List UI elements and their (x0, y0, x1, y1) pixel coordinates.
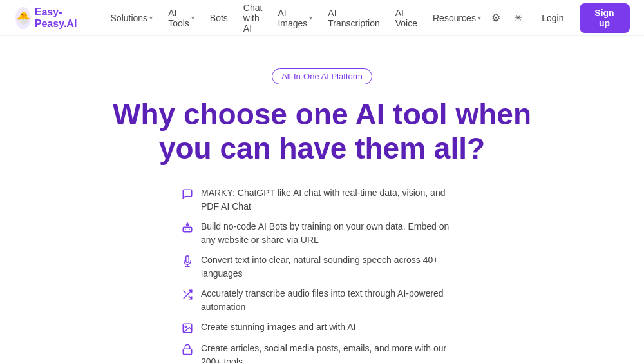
svg-point-8 (185, 326, 186, 327)
settings-icon-button[interactable]: ⚙ (488, 8, 504, 28)
list-item: Build no-code AI Bots by training on you… (180, 220, 464, 247)
logo-icon: 🐣 (15, 7, 31, 29)
nav-links: Solutions ▾ AI Tools ▾ Bots Chat with AI… (104, 0, 488, 37)
nav-item-resources[interactable]: Resources ▾ (426, 9, 488, 27)
list-item: Accurately transcribe audio files into t… (180, 287, 464, 314)
login-button[interactable]: Login (531, 8, 574, 28)
svg-line-6 (184, 291, 186, 293)
nav-item-chat[interactable]: Chat with AI (237, 0, 269, 37)
list-item: MARKY: ChatGPT like AI chat with real-ti… (180, 186, 464, 213)
platform-badge: All-In-One AI Platform (272, 68, 372, 84)
navbar: 🐣 Easy-Peasy.AI Solutions ▾ AI Tools ▾ B… (0, 0, 644, 36)
list-item: Convert text into clear, natural soundin… (180, 253, 464, 280)
chevron-down-icon: ▾ (309, 14, 312, 21)
svg-rect-0 (183, 227, 192, 232)
signup-button[interactable]: Sign up (580, 3, 630, 33)
image-icon (180, 321, 194, 335)
chevron-down-icon: ▾ (149, 14, 153, 21)
hero-title: Why choose one AI tool when you can have… (103, 97, 541, 166)
nav-item-solutions[interactable]: Solutions ▾ (104, 9, 160, 27)
theme-toggle-button[interactable]: ✳ (509, 8, 526, 28)
nav-item-transcription[interactable]: AI Transcription (321, 4, 386, 32)
logo-text: Easy-Peasy.AI (35, 6, 84, 30)
list-item: Create stunning images and art with AI (180, 320, 464, 335)
chevron-down-icon: ▾ (191, 14, 194, 21)
chevron-down-icon: ▾ (478, 14, 481, 21)
logo-link[interactable]: 🐣 Easy-Peasy.AI (15, 6, 84, 30)
nav-right: ⚙ ✳ Login Sign up (488, 3, 630, 33)
nav-item-bots[interactable]: Bots (204, 9, 234, 27)
list-item: Create articles, social media posts, ema… (180, 342, 464, 363)
hero-section: All-In-One AI Platform Why choose one AI… (0, 36, 644, 363)
nav-item-images[interactable]: AI Images ▾ (271, 4, 319, 32)
bot-icon (180, 221, 194, 235)
nav-item-voice[interactable]: AI Voice (389, 4, 424, 32)
svg-rect-9 (183, 349, 192, 354)
tools-icon (180, 342, 194, 357)
nav-item-aitools[interactable]: AI Tools ▾ (162, 4, 201, 32)
features-list: MARKY: ChatGPT like AI chat with real-ti… (180, 186, 464, 363)
mic-icon (180, 254, 194, 268)
transcription-icon (180, 288, 194, 302)
chat-icon (180, 187, 194, 201)
